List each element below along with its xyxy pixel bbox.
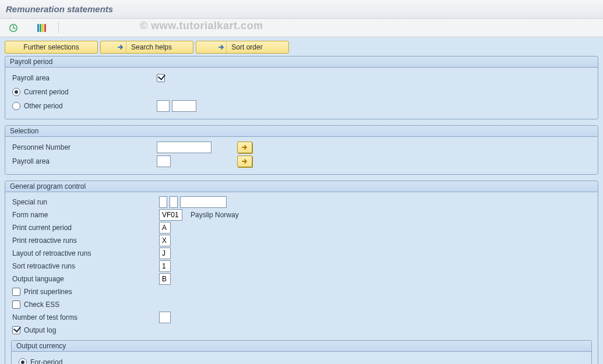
check-ess-checkbox[interactable]: [12, 301, 20, 309]
payroll-area-label: Payroll area: [11, 74, 157, 82]
check-ess-checkbox-label[interactable]: Check ESS: [12, 301, 59, 309]
special-run-label: Special run: [11, 198, 159, 206]
action-button-row: Further selections Search helps Sort ord…: [5, 41, 598, 54]
num-test-forms-input[interactable]: [159, 312, 171, 323]
page-title: Remuneration statements: [6, 4, 113, 14]
settings-bars-icon[interactable]: [36, 23, 47, 33]
checkbox-text: Check ESS: [24, 301, 59, 309]
layout-retroactive-label: Layout of retroactive runs: [11, 249, 159, 257]
arrow-right-icon: [116, 41, 126, 53]
button-label: Further selections: [23, 43, 79, 51]
special-run-input-1[interactable]: [159, 196, 167, 208]
content-area: Further selections Search helps Sort ord…: [0, 37, 603, 364]
group-title: Payroll period: [5, 56, 598, 68]
group-title: Selection: [5, 126, 598, 137]
print-retroactive-label: Print retroactive runs: [11, 236, 159, 245]
other-period-input-2[interactable]: [172, 100, 196, 112]
sort-retroactive-label: Sort retroactive runs: [11, 262, 159, 270]
button-label: Search helps: [131, 43, 172, 51]
other-period-input-1[interactable]: [157, 100, 170, 112]
toolbar-divider: [58, 22, 59, 33]
group-title: Output currency: [12, 341, 591, 352]
current-period-radio-label[interactable]: Current period: [12, 88, 69, 96]
button-label: Sort order: [231, 43, 262, 51]
for-period-radio-label[interactable]: For-period: [19, 358, 62, 364]
payroll-area-extend-button[interactable]: [237, 156, 252, 167]
output-language-label: Output language: [11, 275, 159, 283]
group-title: General program control: [5, 181, 598, 192]
further-selections-button[interactable]: Further selections: [5, 41, 98, 54]
output-language-input[interactable]: [159, 273, 171, 285]
icon-toolbar: [0, 19, 603, 37]
radio-text: For-period: [30, 358, 62, 364]
title-bar: Remuneration statements: [0, 0, 603, 19]
special-run-input-2[interactable]: [170, 196, 178, 208]
general-program-control-group: General program control Special run Form…: [5, 181, 598, 364]
execute-icon[interactable]: [8, 23, 19, 33]
layout-retroactive-input[interactable]: [159, 248, 171, 259]
personnel-number-extend-button[interactable]: [237, 142, 252, 153]
payroll-area-input[interactable]: [157, 156, 171, 167]
personnel-number-input[interactable]: [157, 142, 211, 153]
payroll-area-checkbox[interactable]: [157, 74, 165, 82]
special-run-input-3[interactable]: [180, 196, 227, 208]
personnel-number-label: Personnel Number: [11, 143, 157, 151]
print-superlines-checkbox[interactable]: [12, 288, 20, 296]
other-period-radio[interactable]: [12, 102, 20, 110]
checkbox-text: Output log: [24, 326, 56, 334]
sort-order-button[interactable]: Sort order: [196, 41, 289, 54]
form-name-input[interactable]: [159, 209, 182, 221]
output-log-checkbox[interactable]: [12, 326, 20, 334]
output-currency-group: Output currency For-period: [11, 340, 592, 364]
payroll-period-group: Payroll period Payroll area Current peri…: [5, 56, 598, 119]
radio-text: Other period: [24, 102, 63, 110]
for-period-radio[interactable]: [19, 358, 27, 364]
current-period-radio[interactable]: [12, 88, 20, 96]
num-test-forms-label: Number of test forms: [11, 313, 159, 321]
form-name-label: Form name: [11, 211, 159, 219]
radio-text: Current period: [24, 88, 69, 96]
print-superlines-checkbox-label[interactable]: Print superlines: [12, 288, 72, 296]
payroll-area-label-2: Payroll area: [11, 157, 157, 165]
print-retroactive-input[interactable]: [159, 235, 171, 246]
search-helps-button[interactable]: Search helps: [100, 41, 193, 54]
print-current-period-input[interactable]: [159, 222, 171, 234]
checkbox-text: Print superlines: [24, 288, 72, 296]
arrow-right-icon: [216, 41, 227, 53]
print-current-period-label: Print current period: [11, 224, 159, 232]
sort-retroactive-input[interactable]: [159, 260, 171, 272]
other-period-radio-label[interactable]: Other period: [12, 102, 63, 110]
output-log-checkbox-label[interactable]: Output log: [12, 326, 56, 334]
selection-group: Selection Personnel Number Payroll area: [5, 125, 598, 175]
form-name-text: Payslip Norway: [191, 211, 239, 219]
